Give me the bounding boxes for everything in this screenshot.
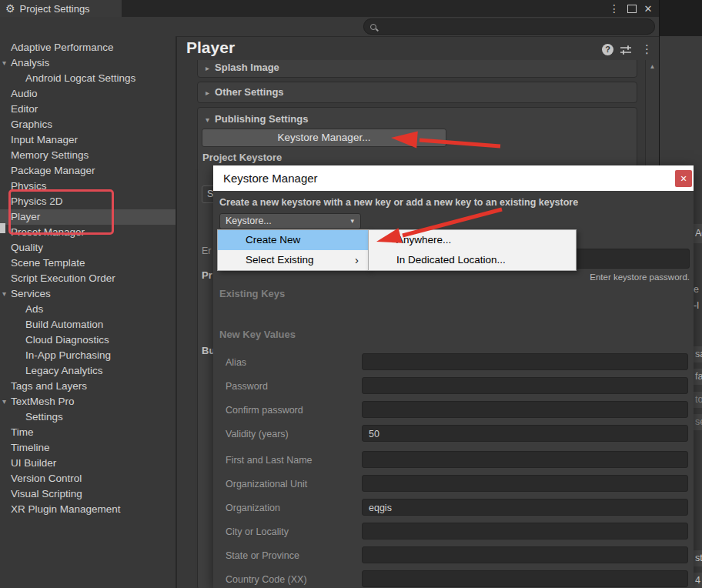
occluded-text-fragment: st: [694, 550, 702, 566]
foldout-open-icon[interactable]: ▾: [2, 55, 6, 71]
sidebar-item-legacy-analytics[interactable]: Legacy Analytics: [0, 363, 176, 379]
sidebar-item-tags-and-layers[interactable]: Tags and Layers: [0, 379, 176, 394]
foldout-open-icon[interactable]: ▾: [2, 394, 6, 409]
occluded-text-fragment: 4: [694, 573, 702, 588]
sidebar-item-ui-builder[interactable]: UI Builder: [0, 456, 176, 471]
dialog-title-bar[interactable]: Keystore Manager ✕: [213, 165, 694, 191]
menu-item-anywhere[interactable]: Anywhere...: [369, 230, 576, 250]
sidebar-item-android-logcat-settings[interactable]: Android Logcat Settings: [0, 71, 176, 86]
help-icon[interactable]: ?: [602, 44, 613, 55]
occluded-text-fragment: -l: [694, 298, 699, 314]
sidebar-item-build-automation[interactable]: Build Automation: [0, 317, 176, 332]
sidebar-item-version-control[interactable]: Version Control: [0, 471, 176, 486]
occluded-text-fragment: Ad: [694, 224, 702, 243]
keystore-dropdown-label: Keystore...: [226, 214, 272, 229]
sidebar-list: Adaptive Performance▾AnalysisAndroid Log…: [0, 40, 176, 517]
maximize-icon: [627, 5, 637, 13]
foldout-closed-icon[interactable]: ▸: [206, 89, 209, 97]
sidebar-item-script-execution-order[interactable]: Script Execution Order: [0, 271, 176, 286]
sidebar-item-input-manager[interactable]: Input Manager: [0, 132, 176, 148]
occluded-text-fragment: se: [694, 414, 702, 430]
dialog-close-button[interactable]: ✕: [675, 170, 692, 187]
scroll-up-arrow-icon[interactable]: ▲: [646, 63, 659, 70]
sidebar-item-package-manager[interactable]: Package Manager: [0, 163, 176, 179]
search-input[interactable]: [363, 18, 655, 35]
sidebar-item-textmesh-pro[interactable]: ▾TextMesh Pro: [0, 394, 176, 409]
sidebar-item-quality[interactable]: Quality: [0, 240, 176, 256]
window-close-button[interactable]: ✕: [640, 0, 656, 17]
section-publishing-label: ▾Publishing Settings: [206, 113, 308, 125]
menu-item-create-new[interactable]: Create New: [218, 230, 369, 250]
sidebar-item-visual-scripting[interactable]: Visual Scripting: [0, 486, 176, 502]
field-label-confirm-password: Confirm password: [219, 401, 362, 419]
field-input-confirm-password[interactable]: [362, 401, 688, 418]
window-title: Project Settings: [20, 3, 90, 15]
field-input-organization[interactable]: eqgis: [362, 499, 688, 516]
sidebar-item-label: Input Manager: [11, 134, 78, 145]
field-label-state-or-province: State or Province: [219, 546, 362, 565]
sidebar-item-label: Settings: [25, 411, 63, 423]
sidebar-item-timeline[interactable]: Timeline: [0, 440, 176, 456]
field-label-alias: Alias: [219, 353, 362, 372]
tab-project-settings[interactable]: ⚙ Project Settings: [0, 0, 122, 17]
sidebar-item-editor[interactable]: Editor: [0, 102, 176, 117]
sidebar-item-xr-plugin-management[interactable]: XR Plugin Management: [0, 502, 176, 517]
sidebar-item-label: Package Manager: [11, 165, 95, 176]
keystore-manager-button[interactable]: Keystore Manager...: [202, 129, 446, 147]
occluded-text-fragment: sa: [694, 346, 702, 362]
form-row-validity-years: Validity (years)50: [219, 425, 690, 443]
field-input-alias[interactable]: [362, 353, 688, 370]
sidebar-item-scene-template[interactable]: Scene Template: [0, 256, 176, 271]
gear-icon: ⚙: [5, 0, 15, 17]
sidebar-item-label: Adaptive Performance: [11, 42, 114, 53]
sidebar-item-label: Scene Template: [11, 257, 85, 269]
sidebar-item-label: Cloud Diagnostics: [25, 334, 109, 346]
form-row-city-or-locality: City or Locality: [219, 523, 690, 541]
preset-sliders-icon[interactable]: [620, 45, 632, 58]
sidebar-item-time[interactable]: Time: [0, 425, 176, 440]
sidebar-item-graphics[interactable]: Graphics: [0, 117, 176, 132]
window-menu-button[interactable]: ⋮: [607, 0, 621, 17]
sidebar-item-label: UI Builder: [11, 457, 56, 469]
sidebar-item-audio[interactable]: Audio: [0, 86, 176, 102]
section-splash-label: ▸Splash Image: [206, 62, 279, 73]
sidebar-item-label: Graphics: [11, 119, 52, 130]
menu-item-select-existing[interactable]: Select Existing›: [218, 250, 369, 270]
form-row-password: Password: [219, 377, 690, 396]
field-label-city-or-locality: City or Locality: [219, 523, 362, 541]
field-input-country-code-xx[interactable]: [362, 570, 688, 587]
sidebar-item-label: Time: [11, 426, 34, 438]
foldout-open-icon[interactable]: ▾: [2, 286, 6, 302]
form-row-first-and-last-name: First and Last Name: [219, 451, 690, 469]
field-input-city-or-locality[interactable]: [362, 523, 688, 540]
sidebar-item-services[interactable]: ▾Services: [0, 286, 176, 302]
maximize-button[interactable]: [624, 0, 640, 17]
sidebar-item-label: Visual Scripting: [11, 488, 82, 499]
foldout-closed-icon[interactable]: ▸: [206, 64, 209, 72]
panel-kebab-icon[interactable]: ⋮: [641, 42, 653, 56]
screen-artifact: [0, 223, 5, 233]
keystore-dropdown[interactable]: Keystore... ▾: [219, 213, 361, 229]
field-input-state-or-province[interactable]: [362, 546, 688, 563]
section-other-settings[interactable]: ▸Other Settings: [197, 82, 637, 103]
chevron-down-icon: ▾: [350, 214, 354, 229]
sidebar-item-label: Legacy Analytics: [25, 365, 103, 376]
sidebar-item-label: Build Automation: [25, 319, 103, 330]
keystore-password-hint: Enter keystore password.: [362, 272, 690, 282]
sidebar-item-analysis[interactable]: ▾Analysis: [0, 55, 176, 71]
field-input-first-and-last-name[interactable]: [362, 451, 688, 468]
sidebar-item-adaptive-performance[interactable]: Adaptive Performance: [0, 40, 176, 55]
sidebar-item-cloud-diagnostics[interactable]: Cloud Diagnostics: [0, 332, 176, 348]
sidebar-item-memory-settings[interactable]: Memory Settings: [0, 148, 176, 163]
sidebar-item-settings[interactable]: Settings: [0, 409, 176, 425]
sidebar-item-in-app-purchasing[interactable]: In-App Purchasing: [0, 348, 176, 363]
field-input-organizational-unit[interactable]: [362, 475, 688, 492]
sidebar-item-ads[interactable]: Ads: [0, 302, 176, 317]
field-input-validity-years[interactable]: 50: [362, 425, 688, 442]
field-input-password[interactable]: [362, 377, 688, 394]
menu-item-dedicated-location[interactable]: In Dedicated Location...: [369, 250, 576, 270]
sidebar-item-label: Timeline: [11, 442, 50, 453]
foldout-open-icon[interactable]: ▾: [206, 115, 209, 124]
page-title: Player: [186, 38, 235, 57]
section-splash-image[interactable]: ▸Splash Image: [197, 60, 637, 78]
